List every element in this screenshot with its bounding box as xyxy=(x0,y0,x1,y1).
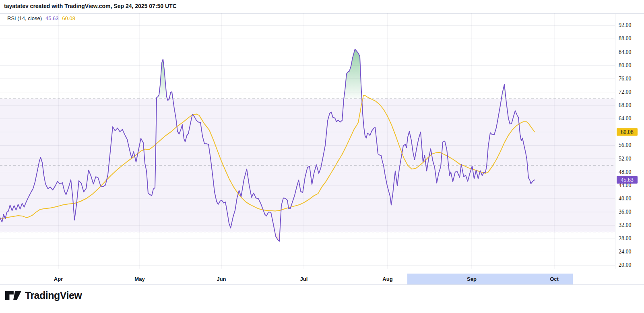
price-axis-label: 88.00 xyxy=(619,35,632,42)
time-axis-label-oct: Oct xyxy=(550,274,559,284)
time-axis-label-jun: Jun xyxy=(217,274,226,284)
tradingview-logo[interactable]: TradingView xyxy=(5,290,82,301)
price-axis[interactable]: 92.0088.0084.0080.0076.0072.0068.0064.00… xyxy=(615,13,644,269)
indicator-legend-ma-value: 60.08 xyxy=(62,15,76,21)
price-axis-label: 76.00 xyxy=(619,76,632,82)
price-axis-label: 32.00 xyxy=(619,222,632,229)
time-axis-highlight xyxy=(407,274,573,284)
indicator-legend-rsi-value: 45.63 xyxy=(45,15,59,21)
price-axis-label: 64.00 xyxy=(619,115,632,122)
time-axis-label-sep: Sep xyxy=(467,274,477,284)
price-axis-label: 40.00 xyxy=(619,196,632,202)
indicator-legend-title: RSI (14, close) xyxy=(7,15,42,21)
footer: TradingView xyxy=(0,285,644,313)
price-axis-label: 72.00 xyxy=(619,89,632,95)
time-axis-label-apr: Apr xyxy=(54,274,63,284)
tradingview-logo-icon xyxy=(5,290,21,301)
price-axis-label: 92.00 xyxy=(619,22,632,29)
ma-value-badge: 60.08 xyxy=(617,128,638,136)
price-axis-label: 20.00 xyxy=(619,262,632,268)
time-axis-label-aug: Aug xyxy=(382,274,392,284)
price-axis-label: 24.00 xyxy=(619,249,632,255)
price-axis-label: 48.00 xyxy=(619,169,632,175)
price-axis-label: 36.00 xyxy=(619,209,632,215)
rsi-value-badge: 45.63 xyxy=(617,176,638,184)
tradingview-wordmark: TradingView xyxy=(25,290,82,301)
price-axis-label: 28.00 xyxy=(619,235,632,242)
time-axis[interactable]: AprMayJunJulAugSepOct xyxy=(0,269,644,284)
price-axis-label: 56.00 xyxy=(619,142,632,148)
price-axis-label: 84.00 xyxy=(619,49,632,56)
price-axis-label: 80.00 xyxy=(619,62,632,69)
tradingview-snapshot: tayatatev created with TradingView.com, … xyxy=(0,0,644,313)
price-axis-label: 52.00 xyxy=(619,156,632,162)
chart-plot-area[interactable] xyxy=(0,0,644,313)
price-axis-label: 68.00 xyxy=(619,102,632,109)
time-axis-label-may: May xyxy=(134,274,144,284)
indicator-legend[interactable]: RSI (14, close) 45.63 60.08 xyxy=(7,15,75,21)
time-axis-label-jul: Jul xyxy=(300,274,308,284)
